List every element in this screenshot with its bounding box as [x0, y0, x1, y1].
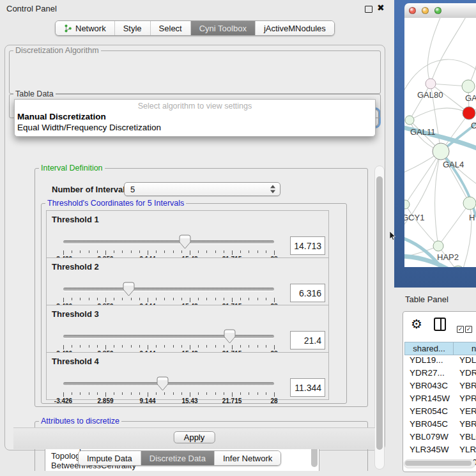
- network-node[interactable]: [463, 197, 476, 210]
- slider-track[interactable]: [63, 240, 274, 243]
- slider-tick: [257, 298, 258, 300]
- select-all-checkbox-icon[interactable]: ✓: [457, 326, 464, 333]
- deselect-all-checkbox-icon[interactable]: ✓: [465, 326, 472, 333]
- tab-impute-data[interactable]: Impute Data: [79, 451, 141, 465]
- tab-discretize-data[interactable]: Discretize Data: [141, 451, 215, 465]
- network-node[interactable]: [462, 80, 475, 93]
- table-row[interactable]: YDL19...YDL1: [404, 355, 476, 368]
- application-window: Control Panel ✖ NetworkStyleSelectCyni T…: [0, 0, 476, 476]
- slider-tick: [274, 345, 275, 349]
- threshold-slider[interactable]: -3.4262.8599.14415.4321.71528: [63, 281, 274, 307]
- network-node[interactable]: [404, 200, 410, 209]
- network-node[interactable]: [433, 143, 449, 160]
- slider-tick: [80, 392, 81, 395]
- table-scrollbar-thumb[interactable]: [405, 461, 472, 466]
- slider-tick: [266, 250, 266, 253]
- network-node[interactable]: [405, 116, 414, 125]
- threshold-label: Threshold 4: [52, 357, 99, 366]
- dropdown-option-equal-width[interactable]: Equal Width/Frequency Discretization: [17, 123, 161, 132]
- slider-track[interactable]: [63, 335, 274, 338]
- slider-track[interactable]: [63, 382, 274, 385]
- tab-jactivemnodules[interactable]: jActiveMNodules: [256, 21, 334, 35]
- table-row[interactable]: YBR043CYBR0: [404, 381, 476, 394]
- slider-tick: [274, 392, 275, 397]
- table-row[interactable]: YLR345WYLR3: [404, 445, 476, 457]
- cyni-bottom-tabbar: Impute DataDiscretize DataInfer Network: [78, 450, 281, 466]
- slider-track[interactable]: [63, 288, 274, 291]
- slider-tick: [173, 298, 174, 300]
- column-header-shared-name[interactable]: shared...: [404, 342, 454, 355]
- slider-tick: [63, 345, 64, 349]
- slider-tick: [80, 250, 81, 253]
- threshold-slider[interactable]: -3.4262.8599.14415.4321.71528: [63, 234, 274, 259]
- dropdown-option-manual[interactable]: Manual Discretization: [17, 112, 106, 121]
- slider-tick: [249, 392, 249, 395]
- interval-definition-groupbox: Interval Definition Number of Intervals …: [35, 168, 368, 407]
- interval-definition-title: Interval Definition: [39, 164, 105, 173]
- network-edge[interactable]: [438, 203, 470, 246]
- slider-tick: [72, 250, 72, 253]
- slider-tick: [80, 345, 81, 348]
- column-header-name[interactable]: n: [454, 342, 476, 355]
- mouse-cursor: [389, 231, 397, 240]
- tab-infer-network[interactable]: Infer Network: [215, 451, 280, 465]
- node-label: HAP2: [437, 252, 459, 262]
- slider-tick: [72, 345, 72, 348]
- threshold-value-field[interactable]: 11.344: [290, 378, 325, 397]
- table-row[interactable]: YBR045CYBR0: [404, 419, 476, 432]
- zoom-traffic-light[interactable]: [434, 7, 441, 14]
- slider-tick: [156, 392, 157, 395]
- float-window-icon[interactable]: [365, 6, 372, 13]
- cell-shared-name: YBR045C: [404, 419, 458, 432]
- slider-tick: [215, 345, 216, 348]
- slider-knob[interactable]: [224, 329, 236, 344]
- threshold-value-field[interactable]: 14.713: [290, 236, 325, 255]
- slider-tick: [240, 345, 241, 348]
- minimize-traffic-light[interactable]: [422, 7, 429, 14]
- network-window-titlebar[interactable]: [404, 3, 476, 19]
- settings-scrollbar[interactable]: [374, 165, 385, 470]
- threshold-slider[interactable]: -3.4262.8599.14415.4321.71528: [63, 376, 274, 401]
- settings-scrollbar-thumb[interactable]: [376, 176, 383, 450]
- table-row[interactable]: YDR27...YDR2: [404, 368, 476, 381]
- threshold-slider[interactable]: -3.4262.8599.14415.4321.71528: [63, 328, 274, 354]
- close-traffic-light[interactable]: [409, 7, 416, 14]
- number-of-intervals-combobox[interactable]: 5: [124, 182, 280, 196]
- table-horizontal-scrollbar[interactable]: [404, 459, 475, 468]
- threshold-value-field[interactable]: 21.4: [290, 331, 325, 349]
- cell-shared-name: YBL079W: [404, 432, 458, 445]
- slider-tick: [257, 345, 258, 348]
- table-row[interactable]: YPR145WYPR1: [404, 394, 476, 406]
- slider-tick: [224, 298, 224, 300]
- threshold-panel: Threshold 4-3.4262.8599.14415.4321.71528…: [46, 352, 329, 400]
- slider-tick: [114, 298, 114, 300]
- tab-select[interactable]: Select: [151, 21, 191, 35]
- table-body: YDL19...YDL1YDR27...YDR2YBR043CYBR0YPR14…: [404, 355, 476, 470]
- network-graph[interactable]: GAL80GACGAL11GAL4GCY1HHAP2: [404, 18, 476, 267]
- tab-style[interactable]: Style: [115, 21, 151, 35]
- network-canvas[interactable]: GAL80GACGAL11GAL4GCY1HHAP2: [404, 18, 476, 267]
- slider-knob[interactable]: [157, 376, 169, 391]
- tab-cyni-toolbox[interactable]: Cyni Toolbox: [191, 21, 256, 35]
- network-node[interactable]: [463, 107, 475, 119]
- split-columns-icon[interactable]: [434, 318, 446, 331]
- network-edge[interactable]: [405, 151, 441, 204]
- slider-knob[interactable]: [179, 234, 191, 249]
- network-edge[interactable]: [410, 108, 469, 120]
- slider-knob[interactable]: [123, 282, 135, 296]
- close-icon[interactable]: ✖: [377, 3, 385, 13]
- threshold-value-field[interactable]: 6.316: [290, 284, 325, 302]
- cell-shared-name: YDR27...: [404, 368, 458, 381]
- slider-tick: [156, 250, 157, 253]
- network-node[interactable]: [426, 79, 436, 89]
- table-row[interactable]: YER054CYER0: [404, 406, 476, 419]
- network-node[interactable]: [433, 241, 443, 251]
- control-panel-tabbar: NetworkStyleSelectCyni ToolboxjActiveMNo…: [55, 20, 335, 36]
- settings-gear-icon[interactable]: ⚙: [411, 316, 422, 332]
- slider-tick: [63, 392, 64, 397]
- network-window-frame[interactable]: GAL80GACGAL11GAL4GCY1HHAP2: [394, 0, 476, 288]
- tab-network[interactable]: Network: [56, 21, 115, 35]
- slider-tick: [139, 392, 140, 395]
- apply-button[interactable]: Apply: [174, 431, 215, 443]
- table-row[interactable]: YBL079WYBL0: [404, 432, 476, 445]
